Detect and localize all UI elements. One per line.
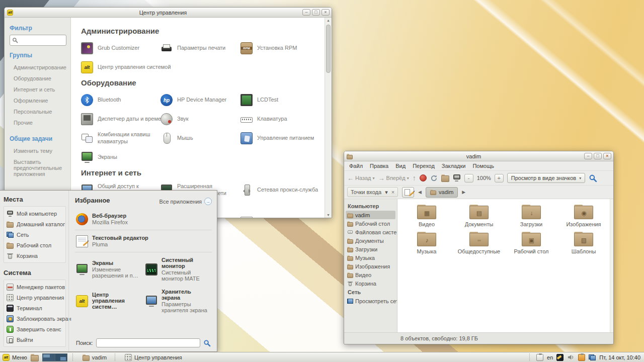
menu-item-trash[interactable]: Корзина bbox=[5, 250, 64, 261]
menu-item-quit[interactable]: Выйти bbox=[5, 334, 64, 345]
sidebar-item-pictures[interactable]: Изображения bbox=[346, 262, 395, 270]
favorite-alt-control-center[interactable]: Центр управления систем… bbox=[75, 285, 142, 317]
scroll-up-icon[interactable]: ▲ bbox=[327, 19, 330, 22]
cc-task-change-theme[interactable]: Изменить тему bbox=[10, 145, 66, 156]
cc-minimize-button[interactable]: – bbox=[302, 9, 310, 16]
fm-menu-help[interactable]: Помощь bbox=[469, 162, 497, 170]
sidebar-item-desktop[interactable]: Рабочий стол bbox=[346, 219, 395, 228]
taskbar-item-control-center[interactable]: Центр управления bbox=[122, 354, 185, 361]
cc-task-preferred-apps[interactable]: Выставить предпочтительные приложения bbox=[10, 156, 66, 179]
back-dropdown-icon[interactable]: ▾ bbox=[373, 176, 375, 180]
menu-item-network[interactable]: Сеть bbox=[5, 229, 64, 240]
stop-button[interactable] bbox=[420, 174, 427, 182]
cc-scrollbar-thumb[interactable] bbox=[326, 25, 331, 73]
clipboard-manager-icon[interactable] bbox=[536, 354, 543, 361]
clipboard-tray-icon[interactable] bbox=[578, 354, 585, 361]
cc-group-personal[interactable]: Персональные bbox=[10, 106, 66, 117]
zoom-in-button[interactable]: + bbox=[495, 174, 504, 183]
search-button[interactable] bbox=[589, 174, 597, 183]
panel-file-manager-launcher[interactable] bbox=[31, 353, 39, 361]
folder-templates[interactable]: ▧ Шаблоны bbox=[557, 231, 610, 254]
cc-item-rpm-install[interactable]: Установка RPM bbox=[240, 41, 325, 55]
fm-scrollbar[interactable] bbox=[610, 199, 613, 332]
taskbar-item-vadim[interactable]: vadim bbox=[79, 354, 110, 361]
fm-titlebar[interactable]: vadim – □ × bbox=[344, 151, 613, 161]
pane-close-icon[interactable]: × bbox=[391, 189, 394, 195]
up-button[interactable]: ↑ bbox=[413, 174, 416, 182]
cc-item-keyboard-shortcuts[interactable]: Комбинации клавиш клавиатуры bbox=[81, 131, 160, 145]
fm-maximize-button[interactable]: □ bbox=[594, 153, 602, 159]
cc-item-keyboard[interactable]: Клавиатура bbox=[240, 112, 325, 126]
menu-item-home-folder[interactable]: Домашний каталог bbox=[5, 219, 64, 229]
fm-menu-view[interactable]: Вид bbox=[392, 162, 409, 170]
cc-filter-searchbox[interactable] bbox=[10, 35, 66, 46]
fm-menu-go[interactable]: Переход bbox=[410, 162, 438, 170]
path-left-icon[interactable]: ◀ bbox=[418, 190, 422, 195]
scroll-down-icon[interactable]: ▼ bbox=[327, 213, 330, 217]
sidebar-item-filesystem[interactable]: Файловая систе… bbox=[346, 228, 395, 236]
keyboard-layout-indicator[interactable]: en bbox=[547, 354, 553, 360]
cc-group-administration[interactable]: Администрирование bbox=[10, 62, 66, 73]
menu-item-terminal[interactable]: Терминал bbox=[5, 303, 64, 313]
path-right-icon[interactable]: ▶ bbox=[462, 190, 465, 195]
favorite-text-editor[interactable]: Текстовый редакторPluma bbox=[75, 231, 212, 251]
cc-item-displays[interactable]: Экраны bbox=[81, 150, 160, 164]
cc-item-hp-device-manager[interactable]: HP Device Manager bbox=[160, 93, 240, 107]
menu-item-lock-screen[interactable]: Заблокировать экран bbox=[5, 313, 64, 324]
fm-close-button[interactable]: × bbox=[603, 153, 611, 159]
folder-videos[interactable]: ▦ Видео bbox=[400, 204, 453, 227]
cc-item-datetime[interactable]: Диспетчер даты и времени bbox=[81, 112, 160, 126]
side-pane-selector[interactable]: Точки входа ▾ × bbox=[347, 187, 398, 197]
cc-item-sound[interactable]: Звук bbox=[160, 112, 240, 126]
folder-desktop[interactable]: ▣ Рабочий стол bbox=[505, 231, 557, 254]
cc-group-internet[interactable]: Интернет и сеть bbox=[10, 84, 66, 95]
edit-location-button[interactable] bbox=[402, 187, 414, 198]
home-button[interactable] bbox=[441, 174, 449, 182]
fm-menu-bookmarks[interactable]: Закладки bbox=[439, 162, 469, 170]
sidebar-item-vadim[interactable]: vadim bbox=[346, 211, 395, 219]
zoom-out-button[interactable]: - bbox=[464, 174, 473, 183]
cc-item-lcdtest[interactable]: LCDTest bbox=[240, 93, 325, 107]
cc-filter-input[interactable] bbox=[18, 36, 61, 44]
favorite-displays[interactable]: ЭкраныИзменение разрешения и п… bbox=[75, 253, 142, 285]
screenshot-tray-icon[interactable] bbox=[556, 354, 564, 361]
folder-music[interactable]: ♪ Музыка bbox=[400, 231, 453, 254]
cc-group-appearance[interactable]: Оформление bbox=[10, 95, 66, 106]
reload-button[interactable] bbox=[430, 174, 438, 182]
sidebar-item-trash[interactable]: Корзина bbox=[346, 279, 395, 288]
cc-item-bluetooth[interactable]: Bluetooth bbox=[81, 93, 160, 107]
menu-search-input[interactable] bbox=[96, 338, 200, 347]
fm-content-area[interactable]: ▦ Видео ▤ Документы ↓ Загрузки ◉ Изображ… bbox=[397, 199, 613, 332]
workspace-1[interactable] bbox=[43, 354, 55, 361]
forward-dropdown-icon[interactable]: ▾ bbox=[407, 176, 409, 180]
cc-item-mouse[interactable]: Мышь bbox=[160, 131, 240, 145]
cc-item-proxy[interactable]: Сетевая прокси-служба bbox=[240, 183, 325, 197]
workspace-2[interactable] bbox=[55, 354, 67, 361]
cc-titlebar[interactable]: Центр управления – □ × bbox=[5, 8, 332, 18]
sidebar-item-music[interactable]: Музыка bbox=[346, 253, 395, 262]
panel-clock[interactable]: Пт, 14 окт, 10:40 bbox=[599, 354, 640, 360]
cc-maximize-button[interactable]: □ bbox=[312, 9, 320, 16]
favorite-system-monitor[interactable]: Системный мониторСистемный монитор MATE bbox=[144, 253, 212, 285]
fm-minimize-button[interactable]: – bbox=[584, 153, 592, 159]
folder-documents[interactable]: ▤ Документы bbox=[453, 204, 505, 227]
menu-item-package-manager[interactable]: Менеджер пакетов bbox=[5, 282, 64, 292]
panel-menu-button[interactable]: Меню bbox=[3, 354, 27, 361]
sidebar-item-documents[interactable]: Документы bbox=[346, 236, 395, 245]
folder-downloads[interactable]: ↓ Загрузки bbox=[505, 204, 557, 227]
sidebar-item-browse-network[interactable]: Просмотреть сеть bbox=[346, 297, 395, 305]
view-mode-dropdown[interactable]: Просмотр в виде значков ▾ bbox=[507, 173, 585, 183]
computer-button[interactable] bbox=[453, 174, 461, 182]
zoom-level[interactable]: 100% bbox=[477, 175, 491, 181]
workspace-switcher[interactable] bbox=[42, 353, 67, 361]
cc-group-hardware[interactable]: Оборудование bbox=[10, 73, 66, 84]
cc-item-power[interactable]: Управление питанием bbox=[240, 131, 325, 145]
cc-item-grub-customizer[interactable]: Grub Customizer bbox=[81, 41, 160, 55]
fm-menu-file[interactable]: Файл bbox=[346, 162, 366, 170]
cc-item-alt-control-center[interactable]: Центр управления системой bbox=[81, 60, 160, 74]
cc-item-main-menu[interactable]: Главное меню MATE bbox=[240, 216, 325, 218]
favorite-web-browser[interactable]: Веб-браузерMozilla Firefox bbox=[75, 209, 212, 229]
cc-group-other[interactable]: Прочие bbox=[10, 117, 66, 128]
fm-menu-edit[interactable]: Правка bbox=[367, 162, 391, 170]
folder-pictures[interactable]: ◉ Изображения bbox=[557, 204, 610, 227]
